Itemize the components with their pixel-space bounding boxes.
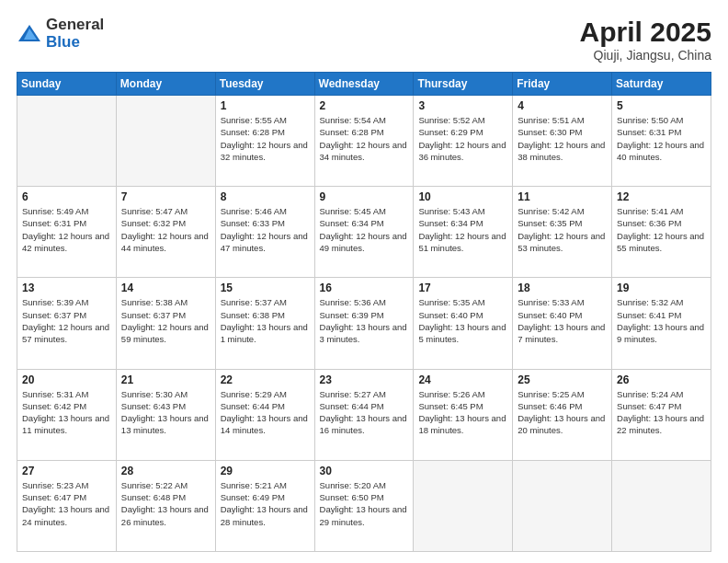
table-row: 30Sunrise: 5:20 AM Sunset: 6:50 PM Dayli…	[314, 460, 414, 551]
table-row	[414, 460, 513, 551]
day-number: 6	[22, 190, 111, 203]
day-number: 23	[320, 373, 409, 386]
table-row: 9Sunrise: 5:45 AM Sunset: 6:34 PM Daylig…	[314, 187, 414, 278]
day-number: 20	[22, 373, 111, 386]
table-row: 22Sunrise: 5:29 AM Sunset: 6:44 PM Dayli…	[215, 369, 314, 460]
page: General Blue April 2025 Qiuji, Jiangsu, …	[0, 0, 728, 563]
day-info: Sunrise: 5:45 AM Sunset: 6:34 PM Dayligh…	[320, 205, 409, 254]
calendar-week-row: 6Sunrise: 5:49 AM Sunset: 6:31 PM Daylig…	[17, 187, 711, 278]
day-number: 30	[320, 465, 409, 477]
day-number: 11	[518, 190, 607, 203]
col-saturday: Saturday	[612, 73, 711, 96]
table-row: 3Sunrise: 5:52 AM Sunset: 6:29 PM Daylig…	[414, 96, 513, 187]
table-row: 25Sunrise: 5:25 AM Sunset: 6:46 PM Dayli…	[513, 369, 612, 460]
day-info: Sunrise: 5:52 AM Sunset: 6:29 PM Dayligh…	[418, 114, 507, 163]
day-info: Sunrise: 5:21 AM Sunset: 6:49 PM Dayligh…	[221, 479, 310, 528]
day-info: Sunrise: 5:35 AM Sunset: 6:40 PM Dayligh…	[418, 296, 507, 345]
day-number: 12	[617, 190, 706, 203]
table-row: 11Sunrise: 5:42 AM Sunset: 6:35 PM Dayli…	[513, 187, 612, 278]
table-row: 21Sunrise: 5:30 AM Sunset: 6:43 PM Dayli…	[116, 369, 215, 460]
table-row	[612, 460, 711, 551]
table-row	[513, 460, 612, 551]
day-number: 18	[518, 282, 607, 294]
table-row: 15Sunrise: 5:37 AM Sunset: 6:38 PM Dayli…	[215, 278, 314, 369]
day-number: 24	[418, 373, 507, 386]
day-info: Sunrise: 5:25 AM Sunset: 6:46 PM Dayligh…	[518, 388, 607, 437]
col-wednesday: Wednesday	[314, 73, 414, 96]
day-info: Sunrise: 5:38 AM Sunset: 6:37 PM Dayligh…	[121, 296, 210, 345]
day-number: 14	[121, 282, 210, 294]
day-number: 17	[418, 282, 507, 294]
calendar-week-row: 1Sunrise: 5:55 AM Sunset: 6:28 PM Daylig…	[17, 96, 711, 187]
logo-general-text: General	[46, 17, 104, 34]
header: General Blue April 2025 Qiuji, Jiangsu, …	[17, 17, 711, 63]
table-row: 24Sunrise: 5:26 AM Sunset: 6:45 PM Dayli…	[414, 369, 513, 460]
day-number: 15	[221, 282, 310, 294]
table-row: 4Sunrise: 5:51 AM Sunset: 6:30 PM Daylig…	[513, 96, 612, 187]
day-info: Sunrise: 5:20 AM Sunset: 6:50 PM Dayligh…	[320, 479, 409, 528]
table-row	[116, 96, 215, 187]
day-info: Sunrise: 5:46 AM Sunset: 6:33 PM Dayligh…	[221, 205, 310, 254]
day-number: 21	[121, 373, 210, 386]
day-number: 2	[320, 99, 409, 112]
day-info: Sunrise: 5:27 AM Sunset: 6:44 PM Dayligh…	[320, 388, 409, 437]
table-row: 18Sunrise: 5:33 AM Sunset: 6:40 PM Dayli…	[513, 278, 612, 369]
day-number: 9	[320, 190, 409, 203]
day-number: 28	[121, 465, 210, 477]
day-number: 4	[518, 99, 607, 112]
day-info: Sunrise: 5:50 AM Sunset: 6:31 PM Dayligh…	[617, 114, 706, 163]
day-number: 5	[617, 99, 706, 112]
day-number: 26	[617, 373, 706, 386]
day-info: Sunrise: 5:23 AM Sunset: 6:47 PM Dayligh…	[22, 479, 111, 528]
day-info: Sunrise: 5:51 AM Sunset: 6:30 PM Dayligh…	[518, 114, 607, 163]
table-row: 23Sunrise: 5:27 AM Sunset: 6:44 PM Dayli…	[314, 369, 414, 460]
day-info: Sunrise: 5:54 AM Sunset: 6:28 PM Dayligh…	[320, 114, 409, 163]
table-row: 27Sunrise: 5:23 AM Sunset: 6:47 PM Dayli…	[17, 460, 117, 551]
title-location: Qiuji, Jiangsu, China	[580, 48, 711, 63]
col-tuesday: Tuesday	[215, 73, 314, 96]
table-row: 16Sunrise: 5:36 AM Sunset: 6:39 PM Dayli…	[314, 278, 414, 369]
table-row: 5Sunrise: 5:50 AM Sunset: 6:31 PM Daylig…	[612, 96, 711, 187]
calendar-week-row: 13Sunrise: 5:39 AM Sunset: 6:37 PM Dayli…	[17, 278, 711, 369]
table-row: 6Sunrise: 5:49 AM Sunset: 6:31 PM Daylig…	[17, 187, 117, 278]
day-info: Sunrise: 5:30 AM Sunset: 6:43 PM Dayligh…	[121, 388, 210, 437]
table-row: 2Sunrise: 5:54 AM Sunset: 6:28 PM Daylig…	[314, 96, 414, 187]
calendar-week-row: 27Sunrise: 5:23 AM Sunset: 6:47 PM Dayli…	[17, 460, 711, 551]
day-info: Sunrise: 5:47 AM Sunset: 6:32 PM Dayligh…	[121, 205, 210, 254]
day-info: Sunrise: 5:22 AM Sunset: 6:48 PM Dayligh…	[121, 479, 210, 528]
day-number: 7	[121, 190, 210, 203]
calendar-header-row: Sunday Monday Tuesday Wednesday Thursday…	[17, 73, 711, 96]
table-row	[17, 96, 117, 187]
day-info: Sunrise: 5:42 AM Sunset: 6:35 PM Dayligh…	[518, 205, 607, 254]
day-info: Sunrise: 5:24 AM Sunset: 6:47 PM Dayligh…	[617, 388, 706, 437]
day-info: Sunrise: 5:41 AM Sunset: 6:36 PM Dayligh…	[617, 205, 706, 254]
col-thursday: Thursday	[414, 73, 513, 96]
day-number: 13	[22, 282, 111, 294]
logo: General Blue	[17, 17, 104, 51]
day-info: Sunrise: 5:37 AM Sunset: 6:38 PM Dayligh…	[221, 296, 310, 345]
logo-icon	[17, 21, 42, 47]
day-info: Sunrise: 5:32 AM Sunset: 6:41 PM Dayligh…	[617, 296, 706, 345]
day-info: Sunrise: 5:29 AM Sunset: 6:44 PM Dayligh…	[221, 388, 310, 437]
table-row: 19Sunrise: 5:32 AM Sunset: 6:41 PM Dayli…	[612, 278, 711, 369]
col-sunday: Sunday	[17, 73, 117, 96]
title-month: April 2025	[580, 17, 711, 48]
table-row: 17Sunrise: 5:35 AM Sunset: 6:40 PM Dayli…	[414, 278, 513, 369]
day-info: Sunrise: 5:31 AM Sunset: 6:42 PM Dayligh…	[22, 388, 111, 437]
col-friday: Friday	[513, 73, 612, 96]
table-row: 8Sunrise: 5:46 AM Sunset: 6:33 PM Daylig…	[215, 187, 314, 278]
table-row: 14Sunrise: 5:38 AM Sunset: 6:37 PM Dayli…	[116, 278, 215, 369]
day-number: 25	[518, 373, 607, 386]
logo-text: General Blue	[46, 17, 104, 51]
table-row: 12Sunrise: 5:41 AM Sunset: 6:36 PM Dayli…	[612, 187, 711, 278]
day-info: Sunrise: 5:49 AM Sunset: 6:31 PM Dayligh…	[22, 205, 111, 254]
day-info: Sunrise: 5:43 AM Sunset: 6:34 PM Dayligh…	[418, 205, 507, 254]
table-row: 13Sunrise: 5:39 AM Sunset: 6:37 PM Dayli…	[17, 278, 117, 369]
table-row: 7Sunrise: 5:47 AM Sunset: 6:32 PM Daylig…	[116, 187, 215, 278]
calendar-week-row: 20Sunrise: 5:31 AM Sunset: 6:42 PM Dayli…	[17, 369, 711, 460]
title-block: April 2025 Qiuji, Jiangsu, China	[580, 17, 711, 63]
day-number: 8	[221, 190, 310, 203]
table-row: 10Sunrise: 5:43 AM Sunset: 6:34 PM Dayli…	[414, 187, 513, 278]
day-info: Sunrise: 5:26 AM Sunset: 6:45 PM Dayligh…	[418, 388, 507, 437]
day-number: 3	[418, 99, 507, 112]
